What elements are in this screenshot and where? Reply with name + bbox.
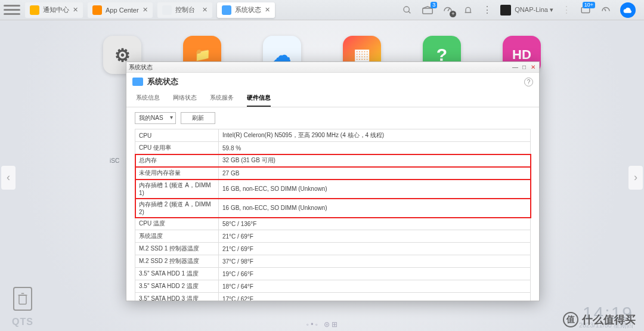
- tab-label: 控制台: [175, 5, 195, 14]
- inbox-icon[interactable]: 3: [422, 4, 434, 16]
- dash-icon[interactable]: [600, 4, 612, 16]
- window-tab[interactable]: 系统服务: [210, 91, 234, 107]
- row-key: 3.5" SATA HDD 3 温度: [135, 293, 219, 301]
- table-row: 总内存32 GB (31 GB 可用): [135, 154, 531, 167]
- app-tab[interactable]: 通知中心✕: [25, 2, 83, 18]
- row-key: M.2 SSD 1 控制器温度: [135, 243, 219, 255]
- svg-point-0: [404, 7, 409, 12]
- window-tab[interactable]: 硬件信息: [247, 91, 271, 107]
- nas-select[interactable]: 我的NAS: [135, 112, 176, 124]
- svg-rect-2: [423, 8, 433, 14]
- row-key: 未使用内存容量: [135, 167, 219, 180]
- monitor-icon: [132, 78, 143, 86]
- row-value: 58°C / 136°F: [219, 218, 531, 230]
- window-titlebar-text: 系统状态: [129, 63, 153, 72]
- table-row: 3.5" SATA HDD 2 温度18°C / 64°F: [135, 280, 531, 293]
- search-icon[interactable]: [401, 4, 413, 16]
- window-tab[interactable]: 系统信息: [136, 91, 160, 107]
- table-row: 3.5" SATA HDD 3 温度17°C / 62°F: [135, 293, 531, 301]
- top-actions: 3 + ⋮ QNAP-Lina ▾ ⋮ 10+: [401, 2, 640, 18]
- window-titlebar[interactable]: 系统状态 — □ ✕: [126, 62, 539, 73]
- tab-label: 通知中心: [43, 5, 69, 14]
- row-value: Intel(R) Celeron(R) N5095，至高 2900 MHz (4…: [219, 129, 531, 142]
- table-row: CPU 使用率59.8 %: [135, 142, 531, 154]
- ext-icon[interactable]: 10+: [580, 4, 592, 16]
- row-key: CPU 使用率: [135, 142, 219, 154]
- row-key: CPU 温度: [135, 218, 219, 230]
- tab-label: App Center: [106, 7, 139, 14]
- tab-close-icon[interactable]: ✕: [265, 6, 270, 14]
- top-bar: 通知中心✕App Center✕控制台✕系统状态✕ 3 + ⋮ QNAP-Lin…: [0, 0, 644, 20]
- app-tab[interactable]: App Center✕: [88, 2, 153, 18]
- table-row: 内存插槽 2 (频道 A，DIMM 2)16 GB, non-ECC, SO D…: [135, 199, 531, 218]
- row-key: M.2 SSD 2 控制器温度: [135, 255, 219, 268]
- divider: ⋮: [482, 4, 492, 16]
- tab-label: 系统状态: [235, 5, 261, 14]
- table-row: CPUIntel(R) Celeron(R) N5095，至高 2900 MHz…: [135, 129, 531, 142]
- row-value: 37°C / 98°F: [219, 255, 531, 268]
- table-row: M.2 SSD 2 控制器温度37°C / 98°F: [135, 255, 531, 268]
- tab-icon: [30, 5, 39, 15]
- window-title: 系统状态: [147, 76, 178, 87]
- table-row: 系统温度21°C / 69°F: [135, 230, 531, 243]
- close-button[interactable]: ✕: [530, 64, 537, 70]
- isc-label: iSC: [110, 157, 119, 164]
- row-key: 3.5" SATA HDD 2 温度: [135, 280, 219, 293]
- svg-line-3: [448, 8, 450, 11]
- system-status-window: 系统状态 — □ ✕ 系统状态 ? 系统信息网络状态系统服务硬件信息 我的NAS…: [126, 61, 540, 301]
- speed-icon[interactable]: +: [442, 4, 454, 16]
- row-value: 27 GB: [219, 167, 531, 180]
- tab-icon: [222, 5, 231, 15]
- app-tab[interactable]: 系统状态✕: [217, 2, 275, 18]
- maximize-button[interactable]: □: [521, 64, 528, 70]
- trash-icon[interactable]: [13, 287, 32, 311]
- tab-icon: [92, 5, 102, 15]
- desktop-pager[interactable]: ◦ • ◦ ⊜ ⊞: [306, 320, 338, 329]
- notify-icon[interactable]: [462, 4, 474, 16]
- row-value: 19°C / 66°F: [219, 268, 531, 280]
- qts-logo: QTS: [12, 317, 33, 327]
- svg-line-5: [605, 8, 606, 11]
- hardware-table-wrap: CPUIntel(R) Celeron(R) N5095，至高 2900 MHz…: [126, 129, 539, 301]
- tab-close-icon[interactable]: ✕: [73, 6, 78, 14]
- help-icon[interactable]: ?: [524, 78, 533, 86]
- tab-close-icon[interactable]: ✕: [202, 6, 208, 14]
- svg-line-1: [408, 11, 410, 13]
- refresh-button[interactable]: 刷新: [181, 112, 215, 124]
- row-key: 系统温度: [135, 230, 219, 243]
- tab-close-icon[interactable]: ✕: [143, 6, 148, 14]
- watermark: 值 什么值得买: [563, 312, 636, 327]
- table-row: 3.5" SATA HDD 1 温度19°C / 66°F: [135, 268, 531, 280]
- table-row: M.2 SSD 1 控制器温度21°C / 69°F: [135, 243, 531, 255]
- row-key: 3.5" SATA HDD 1 温度: [135, 268, 219, 280]
- row-key: 内存插槽 1 (频道 A，DIMM 1): [135, 180, 219, 199]
- hardware-info-table: CPUIntel(R) Celeron(R) N5095，至高 2900 MHz…: [135, 129, 531, 301]
- window-tab[interactable]: 网络状态: [173, 91, 197, 107]
- row-key: 总内存: [135, 154, 219, 167]
- open-tabs: 通知中心✕App Center✕控制台✕系统状态✕: [20, 2, 275, 18]
- desktop-prev-icon[interactable]: ‹: [1, 166, 16, 190]
- tab-icon: [162, 5, 172, 15]
- avatar: [500, 5, 511, 16]
- row-key: 内存插槽 2 (频道 A，DIMM 2): [135, 199, 219, 218]
- desktop-next-icon[interactable]: ›: [628, 166, 643, 190]
- app-tab[interactable]: 控制台✕: [157, 2, 212, 18]
- row-key: CPU: [135, 129, 219, 142]
- row-value: 16 GB, non-ECC, SO DIMM (Unknown): [219, 199, 531, 218]
- row-value: 17°C / 62°F: [219, 293, 531, 301]
- user-menu[interactable]: QNAP-Lina ▾: [500, 5, 553, 16]
- row-value: 32 GB (31 GB 可用): [219, 154, 531, 167]
- table-row: CPU 温度58°C / 136°F: [135, 218, 531, 230]
- row-value: 59.8 %: [219, 142, 531, 154]
- row-value: 18°C / 64°F: [219, 280, 531, 293]
- minimize-button[interactable]: —: [512, 64, 519, 70]
- window-header: 系统状态 ?: [126, 73, 539, 91]
- cloud-button[interactable]: [620, 2, 636, 18]
- row-value: 21°C / 69°F: [219, 243, 531, 255]
- divider: ⋮: [562, 4, 571, 16]
- svg-rect-6: [19, 295, 26, 304]
- menu-icon[interactable]: [4, 4, 20, 17]
- row-value: 16 GB, non-ECC, SO DIMM (Unknown): [219, 180, 531, 199]
- table-row: 内存插槽 1 (频道 A，DIMM 1)16 GB, non-ECC, SO D…: [135, 180, 531, 199]
- row-value: 21°C / 69°F: [219, 230, 531, 243]
